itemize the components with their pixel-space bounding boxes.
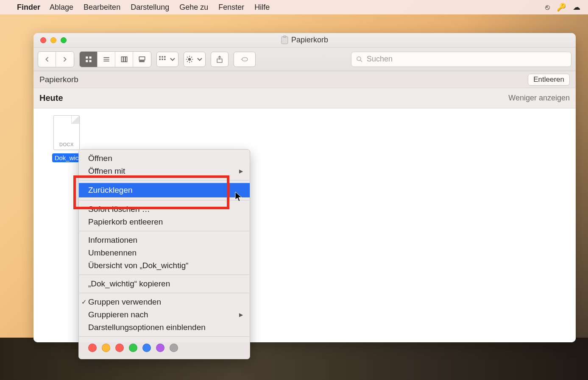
search-field[interactable]: Suchen	[351, 52, 571, 67]
window-title-text: Papierkorb	[291, 36, 328, 44]
ctx-use-groups[interactable]: Gruppen verwenden	[79, 296, 250, 308]
share-button[interactable]	[211, 52, 229, 67]
group-header: Heute Weniger anzeigen	[33, 88, 576, 108]
ctx-get-info[interactable]: Informationen	[79, 234, 250, 247]
status-icon-1[interactable]: ⎋	[545, 3, 550, 12]
nav-buttons	[38, 51, 74, 67]
close-window-button[interactable]	[40, 37, 46, 43]
ctx-separator	[79, 336, 249, 337]
ctx-open-with[interactable]: Öffnen mit	[79, 165, 250, 178]
show-less-button[interactable]: Weniger anzeigen	[508, 94, 570, 103]
view-buttons	[79, 51, 151, 67]
list-view-button[interactable]	[98, 52, 115, 67]
search-placeholder: Suchen	[367, 55, 393, 64]
svg-rect-2	[86, 60, 88, 62]
svg-rect-12	[141, 61, 142, 62]
minimize-window-button[interactable]	[50, 37, 56, 43]
ctx-group-by[interactable]: Gruppieren nach	[79, 308, 250, 321]
svg-rect-9	[125, 57, 127, 62]
gallery-view-button[interactable]	[133, 52, 151, 67]
ctx-copy[interactable]: „Dok_wichtig“ kopieren	[79, 277, 250, 290]
svg-rect-8	[123, 57, 125, 62]
ctx-open[interactable]: Öffnen	[79, 152, 250, 165]
ctx-separator	[79, 293, 249, 293]
menu-hilfe[interactable]: Hilfe	[254, 3, 270, 12]
svg-rect-22	[242, 58, 248, 61]
column-view-button[interactable]	[115, 52, 133, 67]
trash-icon	[281, 36, 288, 44]
icon-view-button[interactable]	[80, 52, 98, 67]
menu-ablage[interactable]: Ablage	[50, 3, 73, 12]
svg-rect-1	[89, 56, 91, 58]
svg-point-23	[357, 57, 361, 61]
svg-rect-16	[164, 56, 165, 57]
tag-blue[interactable]	[142, 344, 151, 352]
path-bar: Papierkorb Entleeren	[33, 71, 576, 88]
svg-rect-7	[121, 57, 123, 62]
app-name[interactable]: Finder	[17, 3, 40, 12]
svg-rect-3	[89, 60, 91, 62]
forward-button[interactable]	[56, 52, 74, 67]
ctx-put-back[interactable]: Zurücklegen	[79, 183, 250, 197]
context-menu: Öffnen Öffnen mit Zurücklegen Sofort lös…	[78, 149, 250, 359]
file-extension-label: DOCX	[54, 142, 79, 147]
menu-fenster[interactable]: Fenster	[218, 3, 244, 12]
svg-rect-19	[164, 58, 165, 60]
ctx-empty-trash[interactable]: Papierkorb entleeren	[79, 216, 250, 228]
svg-rect-14	[159, 56, 161, 57]
ctx-delete-immediately[interactable]: Sofort löschen …	[79, 203, 250, 216]
svg-rect-15	[162, 56, 163, 57]
traffic-lights	[33, 37, 67, 43]
svg-rect-17	[159, 58, 161, 60]
tag-gray[interactable]	[170, 344, 178, 352]
svg-rect-10	[139, 57, 145, 60]
back-button[interactable]	[38, 52, 56, 67]
ctx-separator	[79, 275, 249, 275]
ctx-tag-colors	[79, 339, 250, 354]
cloud-upload-icon[interactable]: ☁	[573, 3, 580, 12]
menu-bearbeiten[interactable]: Bearbeiten	[84, 3, 120, 12]
tag-red[interactable]	[88, 344, 97, 352]
window-title: Papierkorb	[281, 36, 328, 44]
ctx-show-view-options[interactable]: Darstellungsoptionen einblenden	[79, 321, 250, 334]
svg-rect-11	[139, 61, 141, 62]
ctx-quick-look[interactable]: Übersicht von „Dok_wichtig“	[79, 259, 250, 272]
key-icon[interactable]: 🔑	[557, 3, 566, 12]
tag-green[interactable]	[129, 344, 137, 352]
tag-orange[interactable]	[102, 344, 110, 352]
ctx-rename[interactable]: Umbenennen	[79, 247, 250, 259]
docx-file-icon: DOCX	[53, 115, 80, 150]
svg-point-20	[188, 58, 191, 61]
action-button[interactable]	[184, 52, 206, 67]
zoom-window-button[interactable]	[61, 37, 67, 43]
menu-darstellung[interactable]: Darstellung	[131, 3, 169, 12]
tags-button[interactable]	[234, 52, 256, 67]
arrange-button[interactable]	[156, 52, 178, 67]
window-titlebar[interactable]: Papierkorb	[33, 33, 576, 47]
search-icon	[356, 55, 363, 63]
group-label: Heute	[39, 93, 63, 103]
menu-gehezu[interactable]: Gehe zu	[179, 3, 208, 12]
ctx-separator	[79, 200, 249, 200]
location-label: Papierkorb	[39, 75, 78, 84]
tag-red2[interactable]	[115, 344, 124, 352]
ctx-separator	[79, 231, 249, 231]
svg-line-24	[360, 60, 362, 62]
empty-trash-button[interactable]: Entleeren	[528, 74, 570, 86]
ctx-separator	[79, 180, 249, 180]
toolbar: Suchen	[33, 47, 576, 71]
svg-rect-13	[143, 61, 145, 62]
svg-rect-0	[86, 56, 88, 58]
file-name-label[interactable]: Dok_wic	[52, 153, 81, 162]
tag-purple[interactable]	[156, 344, 164, 352]
svg-rect-18	[162, 58, 163, 60]
system-menubar: Finder Ablage Bearbeiten Darstellung Geh…	[0, 0, 588, 14]
